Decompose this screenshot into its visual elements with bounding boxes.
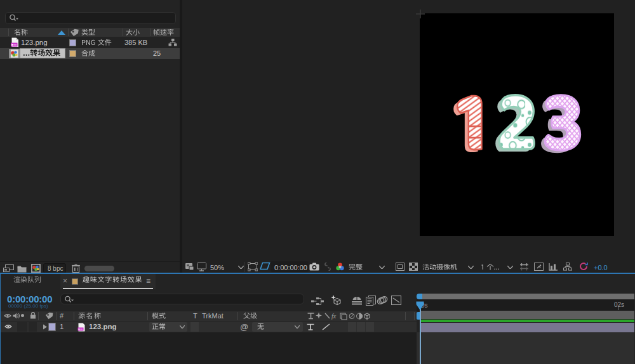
svg-text:fx: fx <box>331 313 337 320</box>
